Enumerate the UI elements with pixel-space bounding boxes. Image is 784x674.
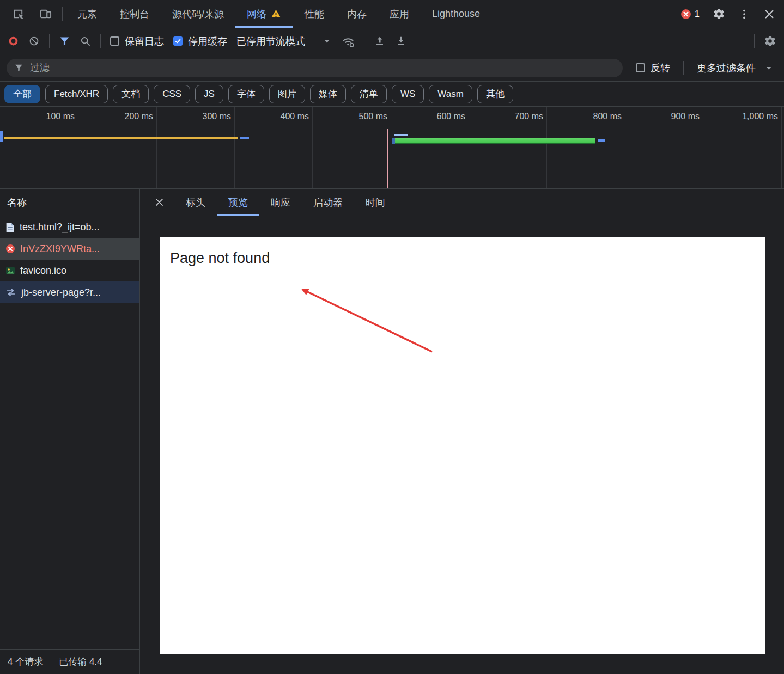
- divider: [100, 34, 101, 48]
- detail-tab-preview[interactable]: 预览: [217, 189, 259, 216]
- funnel-icon: [14, 63, 23, 72]
- preserve-log-label: 保留日志: [125, 35, 164, 48]
- chip-doc[interactable]: 文档: [113, 85, 149, 103]
- devtools-tabbar: 元素 控制台 源代码/来源 网络 性能 内存 应用 Lighthouse 1: [0, 0, 784, 28]
- preview-frame: Page not found: [160, 237, 765, 654]
- tab-lighthouse[interactable]: Lighthouse: [421, 0, 491, 28]
- request-name: jb-server-page?r...: [21, 287, 101, 298]
- chip-ws[interactable]: WS: [392, 85, 424, 103]
- device-toolbar-icon[interactable]: [32, 0, 59, 28]
- request-bar-green: [392, 138, 595, 144]
- chip-other[interactable]: 其他: [477, 85, 513, 103]
- network-overview-timeline[interactable]: 100 ms 200 ms 300 ms 400 ms 500 ms 600 m…: [0, 107, 784, 189]
- request-detail-panel: 标头 预览 响应 启动器 时间 Page not found: [140, 189, 784, 674]
- preserve-log-checkbox[interactable]: 保留日志: [110, 35, 164, 48]
- kebab-menu-icon[interactable]: [738, 8, 750, 20]
- request-list-panel: 名称 test.html?_ijt=ob... InVzZXI9YWRta...…: [0, 189, 140, 674]
- gridline: [703, 107, 703, 188]
- export-har-icon[interactable]: [395, 35, 407, 47]
- request-row[interactable]: InVzZXI9YWRta...: [0, 238, 139, 260]
- image-icon: [5, 266, 15, 275]
- error-count-badge[interactable]: 1: [680, 9, 700, 20]
- checkbox-checked[interactable]: [173, 36, 183, 46]
- filter-input-box[interactable]: [7, 59, 623, 77]
- exchange-icon: [5, 288, 16, 297]
- chip-fetch-xhr[interactable]: Fetch/XHR: [45, 85, 108, 103]
- settings-gear-icon[interactable]: [713, 8, 725, 20]
- checkbox-unchecked[interactable]: [636, 63, 645, 72]
- tab-network[interactable]: 网络: [235, 0, 293, 28]
- error-icon: [680, 9, 691, 20]
- tab-memory[interactable]: 内存: [336, 0, 378, 28]
- chip-manifest[interactable]: 清单: [351, 85, 387, 103]
- time-tick: 200 ms: [93, 112, 153, 121]
- close-detail-icon[interactable]: [154, 189, 165, 216]
- request-row[interactable]: jb-server-page?r...: [0, 281, 139, 303]
- tab-label: 源代码/来源: [172, 8, 224, 21]
- chip-media[interactable]: 媒体: [310, 85, 346, 103]
- tab-performance[interactable]: 性能: [293, 0, 336, 28]
- close-devtools-icon[interactable]: [763, 8, 775, 20]
- gridline: [78, 107, 78, 188]
- filter-toggle-icon[interactable]: [59, 35, 70, 47]
- import-har-icon[interactable]: [374, 35, 386, 47]
- clear-network-log-icon[interactable]: [28, 35, 40, 47]
- gridline: [625, 107, 625, 188]
- chip-wasm[interactable]: Wasm: [429, 85, 472, 103]
- gridline: [391, 107, 391, 188]
- gridline: [546, 107, 547, 188]
- chip-font[interactable]: 字体: [228, 85, 264, 103]
- throttling-select[interactable]: 已停用节流模式: [236, 35, 332, 48]
- divider: [62, 7, 63, 21]
- inspect-element-icon[interactable]: [4, 0, 32, 28]
- column-header-name[interactable]: 名称: [0, 189, 139, 216]
- chip-css[interactable]: CSS: [154, 85, 190, 103]
- network-settings-gear-icon[interactable]: [764, 35, 776, 47]
- detail-tab-initiator[interactable]: 启动器: [302, 189, 354, 216]
- time-tick: 600 ms: [405, 112, 465, 121]
- transferred-size: 已传输 4.4: [51, 650, 110, 674]
- more-filters-button[interactable]: 更多过滤条件: [697, 62, 777, 75]
- preview-pane: Page not found: [140, 216, 784, 674]
- tab-elements[interactable]: 元素: [66, 0, 108, 28]
- tab-label: 应用: [390, 8, 409, 21]
- network-conditions-icon[interactable]: [342, 35, 355, 48]
- divider: [754, 34, 755, 48]
- chevron-down-icon: [321, 36, 332, 47]
- warning-icon: [270, 8, 282, 20]
- invert-label: 反转: [651, 62, 670, 75]
- detail-tab-label: 响应: [271, 196, 290, 209]
- request-type-filters: 全部 Fetch/XHR 文档 CSS JS 字体 图片 媒体 清单 WS Wa…: [0, 82, 784, 107]
- chip-img[interactable]: 图片: [269, 85, 305, 103]
- request-row[interactable]: favicon.ico: [0, 260, 139, 281]
- preview-text: Page not found: [170, 250, 270, 267]
- request-row[interactable]: test.html?_ijt=ob...: [0, 216, 139, 238]
- time-tick: 500 ms: [327, 112, 387, 121]
- request-bar-blue-tick: [240, 137, 249, 139]
- divider: [683, 61, 684, 75]
- search-icon[interactable]: [80, 35, 91, 47]
- time-tick: 1,000 ms: [718, 112, 778, 121]
- chip-js[interactable]: JS: [195, 85, 223, 103]
- chip-all[interactable]: 全部: [4, 85, 40, 103]
- checkbox-unchecked[interactable]: [110, 36, 119, 46]
- detail-tab-label: 启动器: [313, 196, 343, 209]
- record-icon[interactable]: [8, 35, 19, 47]
- detail-tab-headers[interactable]: 标头: [174, 189, 217, 216]
- tab-console[interactable]: 控制台: [108, 0, 161, 28]
- document-icon: [5, 222, 15, 232]
- filter-input[interactable]: [30, 62, 615, 73]
- invert-filter-checkbox[interactable]: 反转: [636, 62, 670, 75]
- detail-tab-timing[interactable]: 时间: [354, 189, 397, 216]
- tab-sources[interactable]: 源代码/来源: [161, 0, 235, 28]
- chevron-down-icon: [763, 63, 774, 73]
- request-bar-start: [0, 131, 3, 142]
- detail-tab-response[interactable]: 响应: [259, 189, 302, 216]
- disable-cache-checkbox[interactable]: 停用缓存: [173, 35, 227, 48]
- disable-cache-label: 停用缓存: [188, 35, 227, 48]
- network-toolbar: 保留日志 停用缓存 已停用节流模式: [0, 28, 784, 54]
- error-icon: [5, 244, 15, 254]
- devtools-window: 元素 控制台 源代码/来源 网络 性能 内存 应用 Lighthouse 1: [0, 0, 784, 674]
- tab-application[interactable]: 应用: [378, 0, 421, 28]
- time-tick: 700 ms: [483, 112, 543, 121]
